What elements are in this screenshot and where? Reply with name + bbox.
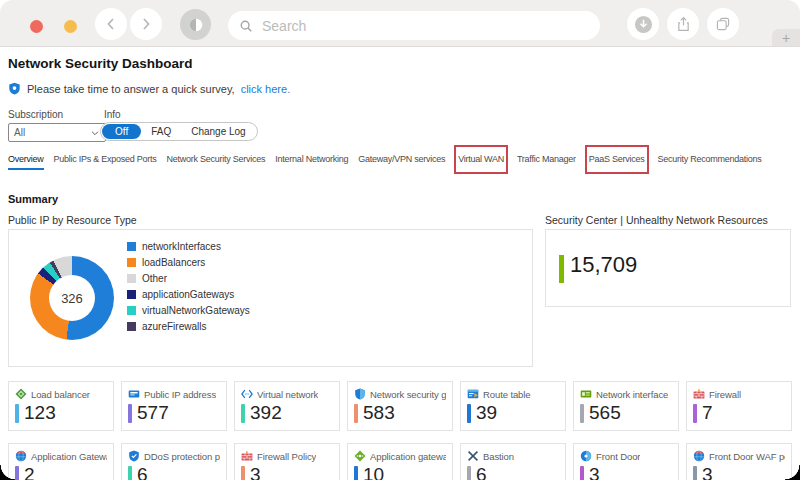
tab-traffic-manager[interactable]: Traffic Manager [517, 149, 576, 170]
legend-item-networkinterfaces: networkInterfaces [127, 241, 250, 252]
tile-front-door[interactable]: Front Door3 [573, 443, 679, 480]
tile-network-interface[interactable]: Network interface565 [573, 381, 679, 431]
legend-label: loadBalancers [142, 257, 205, 268]
info-option-change-log[interactable]: Change Log [181, 124, 256, 139]
tile-label: Application gateway [370, 451, 446, 462]
public-ip-icon [128, 388, 140, 400]
legend-swatch [127, 306, 136, 315]
bastion-icon [467, 450, 479, 462]
tile-load-balancer[interactable]: Load balancer123 [8, 381, 114, 431]
summary-heading: Summary [8, 193, 58, 205]
tab-paas-services[interactable]: PaaS Services [589, 149, 645, 170]
firewall-policy-icon [241, 450, 253, 462]
chart-section-title: Public IP by Resource Type [8, 214, 137, 226]
tile-label: Network security group [370, 389, 446, 400]
subscription-label: Subscription [8, 109, 63, 120]
value-accent-bar [693, 404, 697, 423]
ddos-protection-icon [128, 450, 140, 462]
window-close-button[interactable] [30, 20, 43, 33]
value-accent-bar [467, 404, 471, 423]
load-balancer-icon [15, 388, 27, 400]
value-accent-bar [580, 404, 584, 423]
window-minimize-button[interactable] [64, 20, 77, 33]
tile-label: Bastion [483, 451, 514, 462]
search-bar[interactable] [228, 11, 600, 40]
tile-label: Route table [483, 389, 531, 400]
route-table-icon [467, 388, 479, 400]
tab-virtual-wan[interactable]: Virtual WAN [458, 149, 504, 170]
unhealthy-resources-count: 15,709 [570, 252, 637, 278]
info-option-off[interactable]: Off [102, 124, 141, 139]
downloads-button[interactable] [627, 8, 659, 40]
legend-swatch [127, 290, 136, 299]
tile-bastion[interactable]: Bastion6 [460, 443, 566, 480]
tile-label: Front Door WAF policy [709, 451, 785, 462]
tile-value: 3 [702, 464, 713, 480]
value-accent-bar [354, 466, 358, 480]
info-toggle-group: OffFAQChange Log [100, 122, 258, 141]
tile-application-gateway[interactable]: Application gateway10 [347, 443, 453, 480]
feedback-shield-icon [8, 82, 21, 95]
legend-item-azurefirewalls: azureFirewalls [127, 321, 250, 332]
tile-route-table[interactable]: Route table39 [460, 381, 566, 431]
tile-front-door-waf-policy[interactable]: Front Door WAF policy3 [686, 443, 792, 480]
info-option-faq[interactable]: FAQ [141, 124, 181, 139]
plus-icon: + [782, 30, 790, 46]
tile-application-gateway-waf-policy[interactable]: Application Gateway WAF policy2 [8, 443, 114, 480]
search-icon [239, 19, 253, 33]
tab-public-ips-exposed-ports[interactable]: Public IPs & Exposed Ports [54, 149, 157, 170]
back-button[interactable] [95, 8, 127, 40]
tab-overview[interactable]: Overview [8, 149, 44, 170]
info-label: Info [104, 109, 121, 120]
tabs-overview-button[interactable] [707, 8, 739, 40]
tile-value: 39 [476, 402, 497, 424]
firewall-icon [693, 388, 705, 400]
value-accent-bar [354, 404, 358, 423]
legend-swatch [127, 258, 136, 267]
donut-total: 326 [61, 291, 83, 306]
legend-label: applicationGateways [142, 289, 234, 300]
legend-item-virtualnetworkgateways: virtualNetworkGateways [127, 305, 250, 316]
tile-firewall-policy[interactable]: Firewall Policy3 [234, 443, 340, 480]
tile-value: 123 [24, 402, 56, 424]
tile-label: Application Gateway WAF policy [31, 451, 107, 462]
tile-value: 577 [137, 402, 169, 424]
tile-value: 7 [702, 402, 713, 424]
legend-item-applicationgateways: applicationGateways [127, 289, 250, 300]
tab-network-security-services[interactable]: Network Security Services [167, 149, 266, 170]
tile-label: Front Door [596, 451, 640, 462]
tile-value: 583 [363, 402, 395, 424]
tile-value: 565 [589, 402, 621, 424]
waf-policy-icon [15, 450, 27, 462]
tile-label: Network interface [596, 389, 668, 400]
survey-link[interactable]: click here. [241, 83, 291, 95]
forward-button[interactable] [130, 8, 162, 40]
tab-internal-networking[interactable]: Internal Networking [275, 149, 348, 170]
donut-chart: 326 [30, 256, 114, 340]
tile-firewall[interactable]: Firewall7 [686, 381, 792, 431]
value-accent-bar [15, 404, 19, 423]
tile-network-security-group[interactable]: Network security group583 [347, 381, 453, 431]
screen-corner [0, 465, 15, 480]
tab-bar: OverviewPublic IPs & Exposed PortsNetwor… [8, 149, 762, 170]
chart-legend: networkInterfacesloadBalancersOtherappli… [127, 241, 250, 332]
subscription-value: All [14, 127, 25, 138]
search-input[interactable] [260, 17, 589, 35]
tab-gateway-vpn-services[interactable]: Gateway/VPN services [358, 149, 445, 170]
tile-row-1: Load balancer123Public IP address577Virt… [8, 381, 792, 431]
browser-window: + Network Security Dashboard Please take… [0, 0, 800, 480]
new-tab-button[interactable]: + [772, 29, 800, 46]
tile-public-ip-address[interactable]: Public IP address577 [121, 381, 227, 431]
tile-label: Public IP address [144, 389, 216, 400]
subscription-dropdown[interactable]: All [8, 123, 106, 142]
share-button[interactable] [667, 8, 699, 40]
tile-ddos-protection-plan[interactable]: DDoS protection plan6 [121, 443, 227, 480]
browser-profile-button[interactable] [180, 9, 211, 40]
value-accent-bar [580, 466, 584, 480]
tile-label: Firewall [709, 389, 741, 400]
tile-value: 10 [363, 464, 384, 480]
network-interface-icon [580, 388, 592, 400]
public-ip-chart-panel: 326 networkInterfacesloadBalancersOthera… [8, 229, 533, 367]
tile-virtual-network[interactable]: Virtual network392 [234, 381, 340, 431]
tab-security-recommendations[interactable]: Security Recommendations [658, 149, 762, 170]
